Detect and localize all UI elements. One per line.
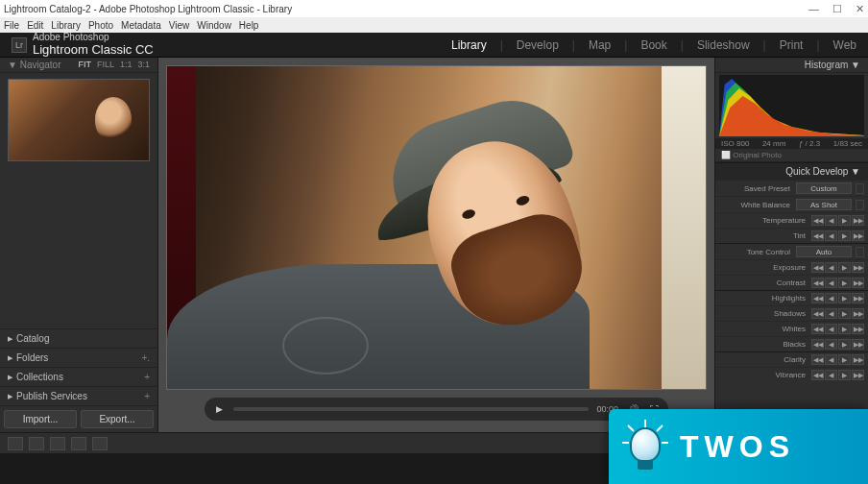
window-title: Lightroom Catalog-2 - Adobe Photoshop Li… [4,4,292,14]
loupe-view-icon[interactable] [29,437,44,450]
vb-inc2[interactable]: ▶▶ [852,370,864,380]
exp-inc[interactable]: ▶ [838,262,851,273]
maximize-button[interactable]: ☐ [832,3,842,15]
qd-saved-preset-select[interactable]: Custom [796,182,852,194]
qd-clarity: Clarity ◀◀◀▶▶▶ [715,351,868,367]
bl-inc2[interactable]: ▶▶ [852,339,864,350]
panel-catalog[interactable]: ▶Catalog [0,328,157,348]
panel-collections[interactable]: ▶Collections+ [0,367,157,386]
menu-window[interactable]: Window [197,20,231,31]
menu-photo[interactable]: Photo [88,20,113,31]
menu-file[interactable]: File [4,20,19,31]
hl-inc2[interactable]: ▶▶ [852,293,864,303]
grid-view-icon[interactable] [8,437,23,450]
cl-dec2[interactable]: ◀◀ [811,354,824,365]
exif-shutter: 1/83 sec [833,139,862,148]
hl-dec[interactable]: ◀ [825,293,837,303]
vb-inc[interactable]: ▶ [838,370,851,380]
histogram-header[interactable]: Histogram ▼ [715,58,868,73]
hl-dec2[interactable]: ◀◀ [811,293,824,303]
con-inc[interactable]: ▶ [838,278,851,288]
temp-dec2[interactable]: ◀◀ [811,215,824,226]
menu-help[interactable]: Help [239,20,259,31]
qd-disclosure[interactable] [856,183,864,194]
compare-view-icon[interactable] [50,437,65,450]
close-button[interactable]: ✕ [856,3,864,15]
navigator-label[interactable]: ▼ Navigator [8,60,61,70]
bl-inc[interactable]: ▶ [838,339,851,350]
panel-publish-label: Publish Services [16,391,87,401]
con-dec[interactable]: ◀ [825,278,837,288]
publish-add-icon[interactable]: + [144,391,150,401]
temp-dec[interactable]: ◀ [825,215,837,226]
vb-dec2[interactable]: ◀◀ [811,370,824,380]
menu-library[interactable]: Library [51,20,81,31]
sh-dec[interactable]: ◀ [825,308,837,319]
menu-view[interactable]: View [169,20,190,31]
module-web[interactable]: Web [833,38,856,52]
tint-inc[interactable]: ▶ [838,230,851,241]
sh-dec2[interactable]: ◀◀ [811,308,824,319]
survey-view-icon[interactable] [71,437,86,450]
vb-dec[interactable]: ◀ [825,370,837,380]
hl-inc[interactable]: ▶ [838,293,851,303]
photo-preview[interactable] [166,65,707,390]
nav-1-1[interactable]: 1:1 [120,60,133,70]
people-view-icon[interactable] [92,437,108,450]
import-button[interactable]: Import... [4,410,77,428]
tint-dec2[interactable]: ◀◀ [811,230,824,241]
cl-inc[interactable]: ▶ [838,354,851,365]
con-dec2[interactable]: ◀◀ [811,278,824,288]
menu-edit[interactable]: Edit [27,20,43,31]
play-button[interactable]: ▶ [212,402,226,416]
wh-dec2[interactable]: ◀◀ [811,324,824,334]
menu-metadata[interactable]: Metadata [121,20,161,31]
temp-inc[interactable]: ▶ [838,215,851,226]
exp-dec[interactable]: ◀ [825,262,837,273]
qd-vibrance: Vibrance ◀◀◀▶▶▶ [715,367,868,382]
module-develop[interactable]: Develop [517,38,559,52]
exp-dec2[interactable]: ◀◀ [811,262,824,273]
bl-dec[interactable]: ◀ [825,339,837,350]
exp-inc2[interactable]: ▶▶ [852,262,864,273]
watermark-text: TWOS [680,429,795,465]
module-print[interactable]: Print [780,38,804,52]
qd-white-balance: White Balance As Shot [715,196,868,212]
minimize-button[interactable]: — [808,3,819,15]
sh-inc[interactable]: ▶ [838,308,851,319]
module-library[interactable]: Library [451,38,487,52]
cl-dec[interactable]: ◀ [825,354,837,365]
qd-highlights: Highlights ◀◀◀▶▶▶ [715,290,868,305]
sh-inc2[interactable]: ▶▶ [852,308,864,319]
wh-dec[interactable]: ◀ [825,324,837,334]
quick-develop-header[interactable]: Quick Develop ▼ [715,162,868,180]
wh-inc2[interactable]: ▶▶ [852,324,864,334]
qd-shadows: Shadows ◀◀◀▶▶▶ [715,305,868,321]
panel-publish[interactable]: ▶Publish Services+ [0,386,157,405]
scrub-track[interactable] [233,407,589,411]
tint-dec[interactable]: ◀ [825,230,837,241]
qd-wb-disclosure[interactable] [856,200,864,210]
qd-tone-auto[interactable]: Auto [796,246,852,257]
temp-inc2[interactable]: ▶▶ [852,215,864,226]
qd-tone-disclosure[interactable] [856,247,864,257]
panel-folders[interactable]: ▶Folders+. [0,348,157,367]
navigator-thumbnail[interactable] [8,79,150,161]
nav-3-1[interactable]: 3:1 [137,60,150,70]
folders-add-icon[interactable]: +. [141,352,150,363]
module-book[interactable]: Book [640,38,666,52]
module-map[interactable]: Map [589,38,611,52]
con-inc2[interactable]: ▶▶ [852,278,864,288]
nav-fill[interactable]: FILL [97,60,114,70]
bl-dec2[interactable]: ◀◀ [811,339,824,350]
tint-inc2[interactable]: ▶▶ [852,230,864,241]
panel-catalog-label: Catalog [16,333,49,344]
original-photo-toggle[interactable]: ⬜ Original Photo [715,149,868,162]
nav-fit[interactable]: FIT [78,60,91,70]
collections-add-icon[interactable]: + [144,372,150,382]
module-slideshow[interactable]: Slideshow [697,38,750,52]
cl-inc2[interactable]: ▶▶ [852,354,864,365]
qd-wb-select[interactable]: As Shot [796,199,852,210]
export-button[interactable]: Export... [81,410,154,428]
wh-inc[interactable]: ▶ [838,324,851,334]
